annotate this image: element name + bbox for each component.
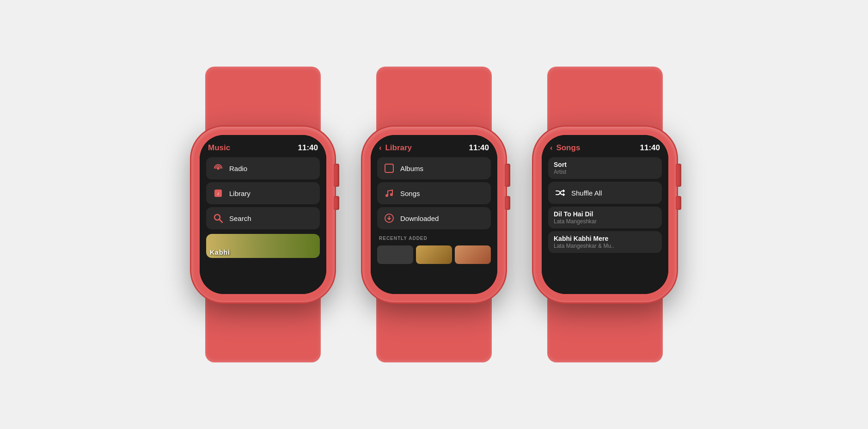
songs-label: Songs	[400, 190, 420, 197]
crown-1	[334, 164, 339, 187]
recent-thumb-1	[377, 245, 413, 264]
song-item-dil[interactable]: Dil To Hai Dil Lata Mangeshkar	[548, 207, 662, 228]
song-title-dil: Dil To Hai Dil	[554, 210, 656, 218]
watch-body-1: Music 11:40 Radio	[191, 127, 335, 302]
library-label: Library	[229, 190, 251, 197]
screen-content-1: Music 11:40 Radio	[200, 135, 326, 294]
radio-label: Radio	[229, 165, 247, 172]
svg-text:♪: ♪	[217, 191, 220, 196]
menu-item-albums[interactable]: Albums	[377, 157, 491, 179]
recently-added-label: RECENTLY ADDED	[379, 236, 489, 241]
sort-label: Sort	[554, 161, 656, 168]
band-top-2	[376, 67, 492, 136]
recently-added-row	[377, 245, 491, 264]
song-item-kabhi[interactable]: Kabhi Kabhi Mere Lata Mangeshkar & Mu..	[548, 231, 662, 253]
radio-icon	[212, 162, 225, 175]
now-playing-bar[interactable]: Kabhi	[206, 234, 320, 258]
watch2-title: ‹ Library	[379, 143, 412, 153]
downloaded-label: Downloaded	[400, 214, 439, 222]
sort-value: Artist	[554, 169, 656, 175]
song-artist-dil: Lata Mangeshkar	[554, 218, 656, 225]
band-top-1	[205, 67, 321, 136]
band-bottom-2	[376, 293, 492, 362]
menu-item-downloaded[interactable]: Downloaded	[377, 207, 491, 229]
watch-body-2: ‹ Library 11:40 Albums	[362, 127, 506, 302]
watch-3: ‹ Songs 11:40 Sort Artist	[533, 127, 677, 302]
kabhi-artwork: Kabhi	[206, 234, 320, 258]
crown-2	[505, 164, 510, 187]
kabhi-text: Kabhi	[210, 249, 230, 256]
song-artist-kabhi: Lata Mangeshkar & Mu..	[554, 243, 656, 249]
watch1-title: Music	[208, 143, 230, 153]
chevron-icon-3: ‹	[550, 143, 555, 152]
sort-item[interactable]: Sort Artist	[548, 157, 662, 179]
band-top-3	[547, 67, 663, 136]
svg-point-0	[217, 167, 220, 170]
watch3-title: ‹ Songs	[550, 143, 580, 153]
search-label: Search	[229, 214, 251, 222]
watch2-header: ‹ Library 11:40	[377, 143, 491, 153]
menu-item-shuffle[interactable]: Shuffle All	[548, 182, 662, 204]
band-bottom-3	[547, 293, 663, 362]
side-button-2	[505, 196, 510, 210]
menu-item-library[interactable]: ♪ Library	[206, 182, 320, 204]
recent-thumb-3	[455, 245, 491, 264]
watch-screen-2: ‹ Library 11:40 Albums	[371, 135, 497, 294]
search-icon	[212, 212, 225, 225]
library-icon: ♪	[212, 187, 225, 200]
albums-label: Albums	[400, 165, 423, 172]
band-bottom-1	[205, 293, 321, 362]
screen-content-3: ‹ Songs 11:40 Sort Artist	[542, 135, 668, 294]
recent-thumb-2	[416, 245, 452, 264]
watch1-header: Music 11:40	[206, 143, 320, 153]
shuffle-label: Shuffle All	[571, 189, 602, 197]
svg-point-7	[390, 193, 393, 196]
watch-screen-3: ‹ Songs 11:40 Sort Artist	[542, 135, 668, 294]
svg-line-4	[220, 220, 222, 222]
menu-item-search[interactable]: Search	[206, 207, 320, 229]
watch1-time: 11:40	[298, 143, 318, 153]
watch-1: Music 11:40 Radio	[191, 127, 335, 302]
watch3-time: 11:40	[640, 143, 660, 153]
watch-screen-1: Music 11:40 Radio	[200, 135, 326, 294]
watch-2: ‹ Library 11:40 Albums	[362, 127, 506, 302]
songs-icon	[383, 187, 396, 200]
watch2-time: 11:40	[469, 143, 489, 153]
menu-item-radio[interactable]: Radio	[206, 157, 320, 179]
watch-body-3: ‹ Songs 11:40 Sort Artist	[533, 127, 677, 302]
screen-content-2: ‹ Library 11:40 Albums	[371, 135, 497, 294]
menu-item-songs[interactable]: Songs	[377, 182, 491, 204]
watches-container: Music 11:40 Radio	[191, 127, 677, 302]
shuffle-icon	[554, 186, 567, 199]
albums-icon	[383, 162, 396, 175]
svg-rect-5	[385, 164, 393, 172]
song-title-kabhi: Kabhi Kabhi Mere	[554, 235, 656, 242]
svg-point-6	[385, 194, 388, 197]
chevron-icon: ‹	[379, 143, 384, 152]
watch3-header: ‹ Songs 11:40	[548, 143, 662, 153]
downloaded-icon	[383, 212, 396, 225]
side-button-1	[334, 196, 339, 210]
side-button-3	[676, 196, 681, 210]
crown-3	[676, 164, 681, 187]
